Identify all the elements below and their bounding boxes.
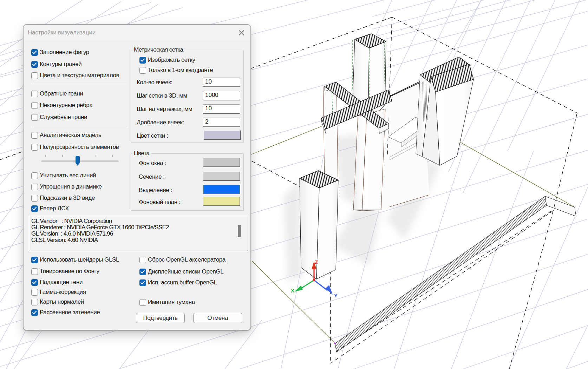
svg-text:X: X <box>291 288 294 294</box>
svg-text:Y: Y <box>334 292 338 298</box>
svg-text:Z: Z <box>315 259 318 265</box>
